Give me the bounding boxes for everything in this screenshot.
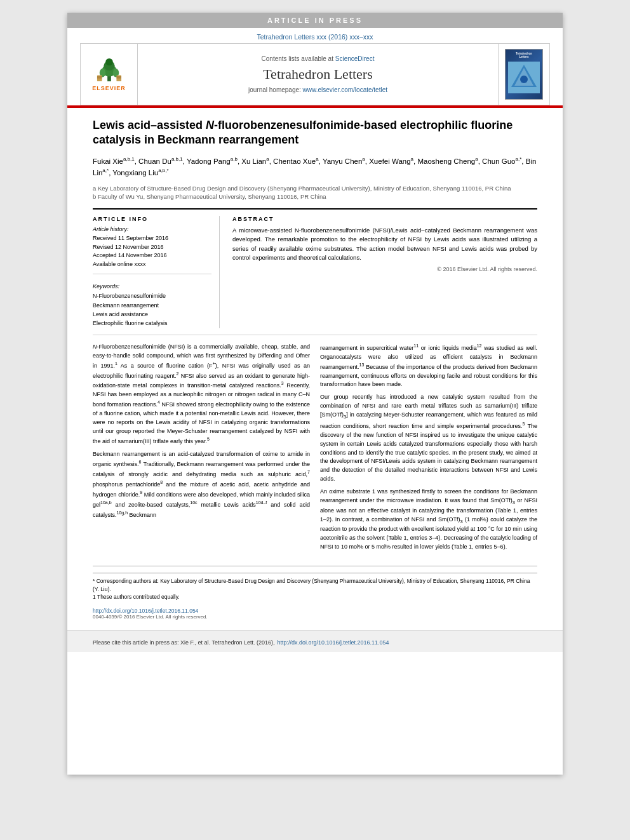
svg-rect-6 [97,76,102,82]
journal-cover-container: TetrahedronLetters [499,44,549,105]
body-col-left: N-Fluorobenzenesulfonimide (NFSI) is a c… [93,343,310,556]
body-two-col: N-Fluorobenzenesulfonimide (NFSI) is a c… [93,343,537,556]
sciencedirect-label: Contents lists available at [262,55,333,62]
journal-meta-top: Tetrahedron Letters xxx (2016) xxx–xxx [80,33,550,41]
elsevier-logo-container: ELSEVIER [81,44,138,105]
doi-area: http://dx.doi.org/10.1016/j.tetlet.2016.… [67,605,563,622]
elsevier-tree-icon [93,57,125,83]
authors: Fukai Xiea,b,1, Chuan Dua,b,1, Yadong Pa… [93,156,537,179]
article-info-col: ARTICLE INFO Article history: Received 1… [93,216,220,328]
body-para-5: An oxime substrate 1 was synthesized fir… [320,488,537,552]
journal-cover-image [508,62,540,93]
citation-text: Please cite this article in press as: Xi… [93,639,274,646]
footnote-divider [93,566,537,566]
homepage-link[interactable]: www.elsevier.com/locate/tetlet [303,86,387,93]
article-history-label: Article history: [93,226,211,232]
header-content: ELSEVIER Contents lists available at Sci… [80,43,550,105]
accepted-date: Accepted 14 November 2016 [93,251,211,260]
keyword-3: Lewis acid assistance [93,310,211,319]
sciencedirect-link[interactable]: ScienceDirect [335,55,375,62]
citation-link[interactable]: http://dx.doi.org/10.1016/j.tetlet.2016.… [277,639,389,646]
sciencedirect-line: Contents lists available at ScienceDirec… [262,55,375,62]
keyword-4: Electrophilic fluorine catalysis [93,319,211,328]
body-para-3: rearrangement in supercritical water11 o… [320,343,537,390]
header-center: Contents lists available at ScienceDirec… [138,44,499,105]
body-para-1: N-Fluorobenzenesulfonimide (NFSI) is a c… [93,343,310,446]
svg-point-3 [105,58,112,65]
article-title: Lewis acid–assisted N-fluorobenzenesulfo… [93,118,537,148]
svg-rect-7 [116,76,121,82]
doi-link[interactable]: http://dx.doi.org/10.1016/j.tetlet.2016.… [93,608,537,614]
body-para-2: Beckmann rearrangement is an acid-cataly… [93,450,310,520]
footnote-area: * Corresponding authors at: Key Laborato… [93,573,537,605]
svg-rect-9 [97,77,102,78]
affil-a: a Key Laboratory of Structure-Based Drug… [93,184,537,192]
body-para-4: Our group recently has introduced a new … [320,393,537,484]
article-info-abstract-section: ARTICLE INFO Article history: Received 1… [93,208,537,335]
journal-header: Tetrahedron Letters xxx (2016) xxx–xxx [67,28,563,105]
received-date: Received 11 September 2016 [93,234,211,243]
homepage-label: journal homepage: [248,86,301,93]
doi-text-label: http://dx.doi.org/10.1016/j.tetlet.2016.… [93,608,198,614]
svg-point-15 [520,76,528,83]
journal-cover: TetrahedronLetters [505,49,543,100]
footnote-equal: 1 These authors contributed equally. [93,593,537,601]
svg-rect-10 [116,76,121,77]
aip-banner: ARTICLE IN PRESS [67,13,563,28]
article-page: ARTICLE IN PRESS Tetrahedron Letters xxx… [67,13,563,775]
homepage-line: journal homepage: www.elsevier.com/locat… [248,86,387,93]
affiliations: a Key Laboratory of Structure-Based Drug… [93,184,537,201]
abstract-heading: ABSTRACT [232,216,537,222]
aip-text: ARTICLE IN PRESS [267,17,363,24]
revised-date: Revised 12 November 2016 [93,243,211,252]
body-col-right: rearrangement in supercritical water11 o… [320,343,537,556]
main-content: Lewis acid–assisted N-fluorobenzenesulfo… [67,108,563,566]
keywords-label: Keywords: [93,283,211,290]
keyword-1: N-Fluorobenzenesulfonimide [93,291,211,300]
abstract-text: A microwave-assisted N-fluorobenzenesulf… [232,226,537,262]
journal-title-header: Tetrahedron Letters [263,66,373,83]
svg-rect-8 [97,76,102,77]
affil-b: b Faculty of Wu Yu, Shenyang Pharmaceuti… [93,192,537,201]
article-info-heading: ARTICLE INFO [93,216,211,222]
abstract-col: ABSTRACT A microwave-assisted N-fluorobe… [232,216,537,328]
svg-rect-11 [116,77,121,78]
available-date: Available online xxxx [93,260,211,269]
footnote-corresponding: * Corresponding authors at: Key Laborato… [93,577,537,594]
citation-bar: Please cite this article in press as: Xi… [67,630,563,652]
elsevier-text: ELSEVIER [92,85,126,91]
copyright-line: © 2016 Elsevier Ltd. All rights reserved… [232,266,537,272]
journal-cover-title: TetrahedronLetters [516,52,532,59]
issn-text: 0040-4039/© 2016 Elsevier Ltd. All right… [93,614,537,620]
keyword-2: Beckmann rearrangement [93,301,211,310]
